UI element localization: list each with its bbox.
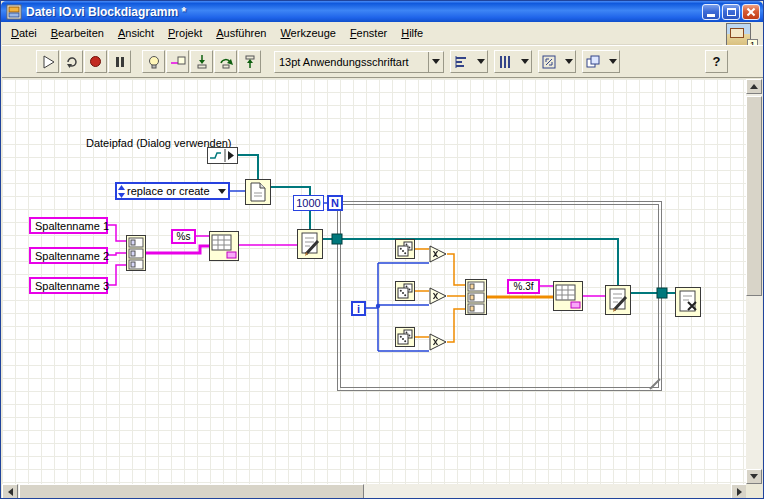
close-button[interactable] [742, 4, 760, 20]
minimize-button[interactable] [702, 4, 720, 20]
spreadsheet-grid-icon [554, 282, 582, 310]
horizontal-scrollbar[interactable] [2, 484, 747, 499]
multiply-node-3[interactable] [429, 333, 447, 351]
step-out-icon [242, 54, 258, 70]
menu-ansicht[interactable]: Ansicht [111, 24, 161, 42]
loop-tunnel-out[interactable] [657, 288, 667, 298]
abort-button[interactable] [84, 50, 107, 73]
menu-werkzeuge[interactable]: Werkzeuge [273, 24, 342, 42]
wire-filepath[interactable] [237, 155, 258, 179]
open-create-replace-file-node[interactable] [245, 179, 271, 205]
string-constant-2[interactable]: Spaltenname 2 [29, 247, 108, 264]
menu-datei[interactable]: Datei [4, 24, 44, 42]
wire-string-array[interactable] [146, 246, 209, 253]
wire-string3[interactable] [108, 265, 126, 285]
resize-objects-dropdown[interactable] [538, 50, 576, 73]
resize-objects-icon [541, 54, 557, 70]
random-number-node-3[interactable] [395, 327, 415, 347]
chevron-down-icon [521, 59, 529, 64]
dice-icon [396, 328, 414, 346]
app-icon [6, 4, 22, 20]
menu-bearbeiten[interactable]: Bearbeiten [44, 24, 111, 42]
window-title: Datei IO.vi Blockdiagramm * [26, 5, 702, 19]
iteration-terminal[interactable]: i [351, 301, 366, 316]
vertical-scrollbar[interactable] [746, 79, 762, 484]
distribute-objects-dropdown[interactable] [494, 50, 532, 73]
multiply-icon [429, 245, 447, 263]
enum-stepper-icon [118, 185, 125, 198]
font-selector[interactable]: 13pt Anwendungsschriftart [274, 51, 444, 73]
highlight-execution-button[interactable] [142, 50, 165, 73]
maximize-button[interactable] [722, 4, 740, 20]
enum-value: replace or create [125, 185, 218, 197]
wire-string1[interactable] [108, 225, 126, 241]
step-over-icon [218, 54, 234, 70]
font-selector-value: 13pt Anwendungsschriftart [275, 56, 428, 68]
retain-wire-values-button[interactable] [166, 50, 189, 73]
write-text-file-node-loop[interactable] [605, 285, 631, 315]
array-to-spreadsheet-string-node[interactable] [209, 231, 239, 261]
multiply-node-2[interactable] [429, 287, 447, 305]
step-out-button[interactable] [238, 50, 261, 73]
menu-ausfuehren[interactable]: Ausführen [209, 24, 273, 42]
pause-button[interactable] [108, 50, 131, 73]
scroll-left-button[interactable] [2, 484, 18, 499]
horizontal-scroll-thumb[interactable] [19, 484, 364, 499]
array-to-spreadsheet-string-node-loop[interactable] [553, 281, 583, 311]
window-controls [702, 4, 760, 20]
wire-junction-dot [376, 304, 380, 308]
step-over-button[interactable] [214, 50, 237, 73]
write-text-file-node[interactable] [297, 229, 323, 259]
chevron-down-icon [477, 59, 485, 64]
random-number-node-1[interactable] [395, 239, 415, 259]
dice-icon [396, 240, 414, 258]
format-string-constant[interactable]: %s [171, 229, 196, 244]
enum-constant[interactable]: replace or create [115, 182, 230, 200]
font-selector-dropdown[interactable] [428, 52, 443, 72]
run-continuous-button[interactable] [60, 50, 83, 73]
help-label: ? [713, 54, 721, 69]
toolbar: 13pt Anwendungsschriftart ? [2, 45, 764, 78]
loop-tunnel-in[interactable] [332, 234, 342, 244]
random-number-node-2[interactable] [395, 281, 415, 301]
pause-icon [116, 57, 124, 67]
string-constant-1[interactable]: Spaltenname 1 [29, 217, 108, 234]
reorder-objects-icon [585, 54, 601, 70]
wire-string2[interactable] [108, 253, 126, 255]
vertical-scroll-thumb[interactable] [746, 96, 762, 296]
wire-mult1[interactable] [447, 254, 465, 285]
maximize-icon [727, 8, 736, 16]
menu-hilfe[interactable]: Hilfe [394, 24, 430, 42]
align-objects-dropdown[interactable] [450, 50, 488, 73]
help-button[interactable]: ? [705, 50, 728, 73]
titlebar[interactable]: Datei IO.vi Blockdiagramm * [1, 1, 763, 22]
arrow-left-icon [8, 488, 13, 496]
build-array-node[interactable] [126, 235, 146, 271]
scroll-up-button[interactable] [746, 79, 762, 94]
string-constant-3[interactable]: Spaltenname 3 [29, 277, 108, 294]
write-file-icon [606, 286, 630, 314]
scroll-down-button[interactable] [746, 469, 762, 484]
arrow-up-icon [750, 84, 758, 89]
wire-mult3[interactable] [447, 309, 465, 342]
build-array-icon [466, 280, 486, 314]
menu-fenster[interactable]: Fenster [343, 24, 394, 42]
multiply-node-1[interactable] [429, 245, 447, 263]
loop-count-terminal[interactable]: N [327, 195, 343, 211]
chevron-down-icon [565, 59, 573, 64]
numeric-constant-1000[interactable]: 1000 [293, 195, 324, 211]
build-array-node-loop[interactable] [465, 279, 487, 315]
reorder-objects-dropdown[interactable] [582, 50, 620, 73]
block-diagram-canvas[interactable]: Dateipfad (Dialog verwenden) replace or … [2, 79, 747, 484]
minimize-icon [707, 14, 715, 17]
chevron-down-icon [432, 59, 440, 64]
close-file-node[interactable] [675, 287, 701, 317]
step-into-button[interactable] [190, 50, 213, 73]
scroll-right-button[interactable] [731, 484, 747, 499]
format-float-constant[interactable]: %.3f [507, 279, 540, 294]
run-button[interactable] [36, 50, 59, 73]
filepath-control-terminal[interactable] [207, 147, 238, 164]
multiply-icon [429, 333, 447, 351]
menu-projekt[interactable]: Projekt [161, 24, 209, 42]
lightbulb-icon [146, 54, 162, 70]
